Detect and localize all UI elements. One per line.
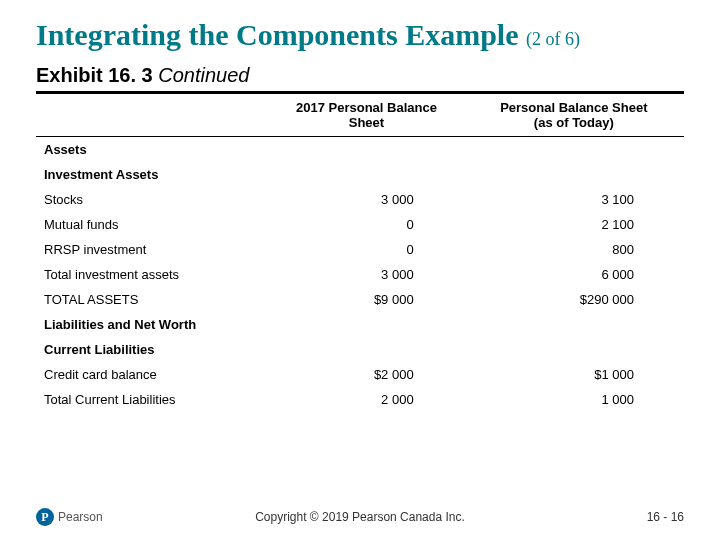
col-header-today-l1: Personal Balance Sheet: [500, 100, 647, 115]
row-mutual-funds: Mutual funds 0 2 100: [36, 212, 684, 237]
cell-2017: $2 000: [269, 362, 463, 387]
col-header-today: Personal Balance Sheet (as of Today): [464, 93, 684, 137]
publisher-name: Pearson: [58, 510, 103, 524]
title-main: Integrating the Components Example: [36, 18, 519, 51]
pearson-logo-icon: P: [36, 508, 54, 526]
cell-2017: $9 000: [269, 287, 463, 312]
col-header-today-l2: (as of Today): [534, 115, 614, 130]
cell-today: 2 100: [464, 212, 684, 237]
row-stocks: Stocks 3 000 3 100: [36, 187, 684, 212]
cell-today: $1 000: [464, 362, 684, 387]
row-rrsp: RRSP investment 0 800: [36, 237, 684, 262]
table-header-row: 2017 Personal Balance Sheet Personal Bal…: [36, 93, 684, 137]
cell-2017: 0: [269, 237, 463, 262]
cell-label: Credit card balance: [36, 362, 269, 387]
slide: Integrating the Components Example (2 of…: [0, 0, 720, 540]
copyright-text: Copyright © 2019 Pearson Canada Inc.: [255, 510, 465, 524]
cell-label: Total investment assets: [36, 262, 269, 287]
cell-label: TOTAL ASSETS: [36, 287, 269, 312]
section-assets: Assets: [36, 137, 684, 163]
title-suffix: (2 of 6): [526, 29, 580, 49]
col-header-2017: 2017 Personal Balance Sheet: [269, 93, 463, 137]
exhibit-line: Exhibit 16. 3 Continued: [36, 64, 684, 87]
cell-2017: 3 000: [269, 187, 463, 212]
section-assets-label: Assets: [36, 137, 684, 163]
balance-sheet-table: 2017 Personal Balance Sheet Personal Bal…: [36, 91, 684, 412]
row-total-investment-assets: Total investment assets 3 000 6 000: [36, 262, 684, 287]
cell-today: $290 000: [464, 287, 684, 312]
section-liabilities-networth-label: Liabilities and Net Worth: [36, 312, 684, 337]
exhibit-label: Exhibit 16. 3: [36, 64, 153, 86]
cell-today: 6 000: [464, 262, 684, 287]
section-liabilities-networth: Liabilities and Net Worth: [36, 312, 684, 337]
exhibit-continued: Continued: [158, 64, 249, 86]
cell-label: Mutual funds: [36, 212, 269, 237]
footer: P Pearson Copyright © 2019 Pearson Canad…: [0, 508, 720, 526]
cell-label: Total Current Liabilities: [36, 387, 269, 412]
row-total-assets: TOTAL ASSETS $9 000 $290 000: [36, 287, 684, 312]
section-investment-assets: Investment Assets: [36, 162, 684, 187]
cell-today: 1 000: [464, 387, 684, 412]
cell-today: 3 100: [464, 187, 684, 212]
page-number: 16 - 16: [647, 510, 684, 524]
section-investment-assets-label: Investment Assets: [36, 162, 684, 187]
cell-label: Stocks: [36, 187, 269, 212]
cell-2017: 3 000: [269, 262, 463, 287]
publisher-logo: P Pearson: [36, 508, 103, 526]
cell-label: RRSP investment: [36, 237, 269, 262]
row-total-current-liabilities: Total Current Liabilities 2 000 1 000: [36, 387, 684, 412]
cell-2017: 2 000: [269, 387, 463, 412]
row-credit-card-balance: Credit card balance $2 000 $1 000: [36, 362, 684, 387]
section-current-liabilities: Current Liabilities: [36, 337, 684, 362]
section-current-liabilities-label: Current Liabilities: [36, 337, 684, 362]
slide-title: Integrating the Components Example (2 of…: [36, 18, 684, 52]
cell-today: 800: [464, 237, 684, 262]
cell-2017: 0: [269, 212, 463, 237]
